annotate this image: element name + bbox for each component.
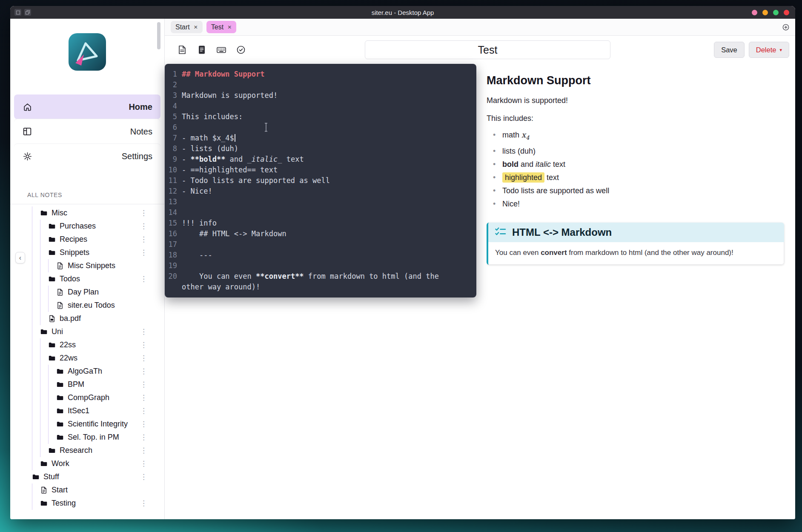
line-number: 13 [167, 197, 182, 207]
tree-item-uni[interactable]: Uni⋮ [10, 325, 164, 338]
new-tab-icon[interactable] [782, 23, 790, 31]
editor-line[interactable]: 18 --- [167, 250, 459, 260]
tree-item-compgraph[interactable]: CompGraph⋮ [10, 391, 164, 404]
sidebar-item-home[interactable]: Home [14, 94, 160, 119]
tree-item-scientific-integrity[interactable]: Scientific Integrity⋮ [10, 418, 164, 431]
tree-item-day-plan[interactable]: Day Plan [10, 286, 164, 299]
item-menu-icon[interactable]: ⋮ [140, 275, 147, 283]
new-document-icon[interactable] [174, 42, 190, 58]
item-menu-icon[interactable]: ⋮ [140, 447, 147, 454]
sidebar-collapse-button[interactable]: ‹ [15, 252, 25, 263]
item-menu-icon[interactable]: ⋮ [140, 420, 147, 428]
tree-item-misc-snippets[interactable]: Misc Snippets [10, 259, 164, 272]
item-menu-icon[interactable]: ⋮ [140, 341, 147, 349]
tree-item-label: 22ss [60, 340, 76, 349]
line-number: 1 [167, 69, 182, 80]
markdown-editor[interactable]: 1## Markdown Support23Markdown is suppor… [165, 64, 476, 297]
sidebar-item-settings[interactable]: Settings [14, 144, 160, 169]
editor-line[interactable]: 13 [167, 197, 459, 207]
workspace-button[interactable] [752, 10, 757, 15]
item-menu-icon[interactable]: ⋮ [140, 236, 147, 243]
item-menu-icon[interactable]: ⋮ [140, 434, 147, 441]
editor-line[interactable]: 10- ==highlighted== text [167, 165, 459, 175]
tree-item-misc[interactable]: Misc⋮ [10, 206, 164, 220]
tree-item-start[interactable]: Start [10, 483, 164, 497]
tree-item-siter-eu-todos[interactable]: siter.eu Todos [10, 299, 164, 312]
editor-line[interactable]: 19 [167, 260, 459, 271]
tree-item-22ss[interactable]: 22ss⋮ [10, 338, 164, 352]
note-title-input[interactable]: Test [365, 40, 610, 59]
editor-line[interactable]: 5This includes: [167, 112, 459, 122]
tree-item-ba-pdf[interactable]: ba.pdf [10, 312, 164, 325]
item-menu-icon[interactable]: ⋮ [140, 473, 147, 481]
tree-item-22ws[interactable]: 22ws⋮ [10, 352, 164, 365]
editor-line[interactable]: 14 [167, 207, 459, 218]
delete-button-label: Delete [756, 46, 776, 54]
todo-check-icon[interactable] [233, 42, 249, 58]
editor-line[interactable]: 7- math $x_4$ [167, 133, 459, 143]
tree-item-testing[interactable]: Testing⋮ [10, 497, 164, 510]
titlebar[interactable]: siter.eu - Desktop App [10, 6, 795, 19]
tree-item-itsec1[interactable]: ItSec1⋮ [10, 404, 164, 418]
tree-item-label: Research [60, 446, 92, 455]
tree-item-recipes[interactable]: Recipes⋮ [10, 233, 164, 246]
tree-item-purchases[interactable]: Purchases⋮ [10, 220, 164, 233]
item-menu-icon[interactable]: ⋮ [140, 328, 147, 335]
editor-line[interactable]: 6 [167, 122, 459, 133]
tree-item-research[interactable]: Research⋮ [10, 444, 164, 457]
item-menu-icon[interactable]: ⋮ [140, 355, 147, 362]
keyboard-icon[interactable] [213, 42, 229, 58]
editor-line[interactable]: 1## Markdown Support [167, 69, 459, 80]
editor-line[interactable]: 16 ## HTML <-> Markdown [167, 229, 459, 239]
journal-icon[interactable] [194, 42, 210, 58]
maximize-button[interactable] [773, 10, 779, 15]
item-menu-icon[interactable]: ⋮ [140, 407, 147, 415]
item-menu-icon[interactable]: ⋮ [140, 223, 147, 230]
tab-start[interactable]: Start✕ [171, 21, 203, 33]
tab-close-icon[interactable]: ✕ [194, 24, 198, 30]
tree-item-algogath[interactable]: AlgoGaTh⋮ [10, 365, 164, 378]
sidebar-item-notes[interactable]: Notes [14, 119, 160, 144]
editor-line[interactable]: 11- Todo lists are supported as well [167, 175, 459, 186]
tree-item-snippets[interactable]: Snippets⋮ [10, 246, 164, 259]
editor-line[interactable]: 20 You can even **convert** from markdow… [167, 271, 459, 292]
editor-line[interactable]: 4 [167, 101, 459, 112]
admonition-header: HTML <-> Markdown [488, 223, 784, 242]
minimize-button[interactable] [762, 10, 768, 15]
item-menu-icon[interactable]: ⋮ [140, 460, 147, 467]
workspace-icon[interactable] [24, 9, 31, 16]
window-menu-icon[interactable] [14, 9, 21, 16]
item-menu-icon[interactable]: ⋮ [140, 209, 147, 217]
item-menu-icon[interactable]: ⋮ [140, 381, 147, 388]
file-icon [56, 262, 64, 269]
editor-line[interactable]: 17 [167, 239, 459, 250]
editor-line[interactable]: 15!!! info [167, 218, 459, 229]
tab-test[interactable]: Test✕ [206, 21, 236, 33]
editor-line[interactable]: 3Markdown is supported! [167, 90, 459, 101]
editor-line[interactable]: 9- **bold** and _italic_ text [167, 154, 459, 165]
item-menu-icon[interactable]: ⋮ [140, 394, 147, 401]
line-number: 6 [167, 122, 182, 133]
editor-line[interactable]: 8- lists (duh) [167, 143, 459, 154]
close-button[interactable] [784, 10, 789, 15]
tree-item-bpm[interactable]: BPM⋮ [10, 378, 164, 391]
tree-item-todos[interactable]: Todos⋮ [10, 272, 164, 286]
save-button[interactable]: Save [714, 42, 745, 58]
delete-button[interactable]: Delete ▾ [749, 42, 789, 58]
tree-item-work[interactable]: Work⋮ [10, 457, 164, 470]
editor-line[interactable]: 12- Nice! [167, 186, 459, 197]
settings-icon [22, 152, 32, 161]
tree-item-stuff[interactable]: Stuff⋮ [10, 470, 164, 483]
tab-close-icon[interactable]: ✕ [227, 24, 232, 30]
folder-icon [56, 408, 64, 414]
editor-line[interactable]: 2 [167, 80, 459, 90]
tree-item-sel-top-in-pm[interactable]: Sel. Top. in PM⋮ [10, 431, 164, 444]
titlebar-left-icons [14, 9, 31, 16]
item-menu-icon[interactable]: ⋮ [140, 249, 147, 256]
item-menu-icon[interactable]: ⋮ [140, 368, 147, 375]
line-code: You can even **convert** from markdown t… [182, 271, 459, 292]
document-area: Test Save Delete ▾ 1## Markdown Support2… [165, 36, 795, 519]
tree-scrollbar[interactable] [157, 22, 160, 49]
tab-label: Test [211, 23, 223, 31]
item-menu-icon[interactable]: ⋮ [140, 500, 147, 507]
